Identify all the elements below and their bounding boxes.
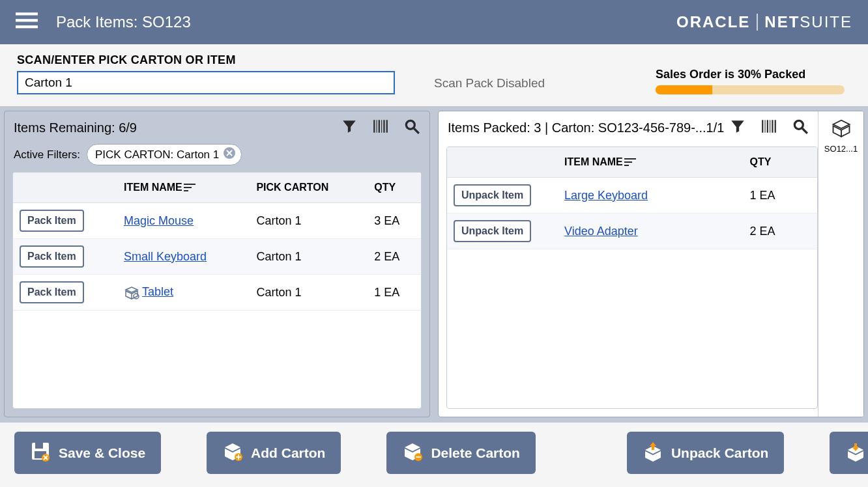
brand-netsuite-light: SUITE (800, 13, 852, 31)
svg-line-10 (414, 128, 419, 133)
svg-rect-28 (624, 165, 629, 166)
svg-rect-0 (16, 12, 38, 15)
box-minus-icon (402, 441, 423, 465)
item-link[interactable]: Large Keyboard (564, 189, 648, 202)
col-pick-carton[interactable]: PICK CARTON (250, 173, 368, 203)
svg-rect-20 (767, 120, 768, 133)
svg-point-24 (794, 120, 803, 129)
table-row: Unpack ItemLarge Keyboard1 EA (447, 178, 817, 214)
scan-input[interactable] (17, 71, 395, 94)
brand-oracle: ORACLE (676, 13, 750, 31)
brand-divider (757, 14, 758, 31)
col-item-name[interactable]: ITEM NAME (117, 173, 250, 203)
sort-icon (182, 182, 195, 193)
hamburger-icon[interactable] (16, 10, 38, 35)
page-title: Pack Items: SO123 (56, 13, 191, 31)
svg-rect-8 (386, 120, 388, 133)
svg-rect-14 (184, 184, 195, 185)
svg-rect-2 (16, 25, 38, 28)
pick-carton-cell: Carton 1 (250, 203, 368, 239)
filter-chip[interactable]: PICK CARTON: Carton 1 (87, 144, 242, 165)
main: Items Remaining: 6/9 Active Filters: PIC… (0, 107, 868, 423)
svg-rect-6 (381, 120, 382, 133)
qty-cell: 2 EA (368, 239, 421, 275)
scan-bar: SCAN/ENTER PICK CARTON OR ITEM Scan Pack… (0, 44, 868, 107)
floppy-icon (30, 441, 51, 465)
unpack-carton-button[interactable]: Unpack Carton (627, 432, 784, 474)
close-icon[interactable] (223, 146, 236, 163)
pack-item-button[interactable]: Pack Item (20, 210, 84, 232)
item-link[interactable]: Tablet (142, 285, 173, 298)
svg-rect-3 (373, 120, 375, 133)
brand-logo: ORACLE NETSUITE (676, 13, 852, 31)
barcode-icon[interactable] (372, 118, 389, 137)
table-row: Pack ItemMagic MouseCarton 13 EA (13, 203, 421, 239)
unpack-item-button[interactable]: Unpack Item (454, 220, 531, 242)
search-icon[interactable] (792, 118, 809, 137)
svg-rect-30 (35, 443, 43, 449)
svg-rect-27 (624, 161, 632, 163)
svg-point-9 (406, 120, 414, 129)
item-link[interactable]: Magic Mouse (124, 214, 194, 227)
box-plus-icon (222, 441, 243, 465)
svg-rect-4 (377, 120, 377, 133)
items-packed-title: Items Packed: 3 | Carton: SO123-456-789-… (448, 120, 724, 135)
svg-rect-7 (383, 120, 384, 133)
svg-rect-5 (379, 120, 380, 133)
delete-carton-button[interactable]: Delete Carton (386, 432, 536, 474)
svg-rect-15 (184, 187, 192, 188)
filter-icon[interactable] (341, 118, 358, 137)
sort-icon (623, 156, 636, 167)
items-remaining-table: ITEM NAME PICK CARTON QTY Pack ItemMagic… (13, 173, 421, 311)
col-qty[interactable]: QTY (368, 173, 421, 203)
items-remaining-title: Items Remaining: 6/9 (14, 120, 137, 135)
items-remaining-panel: Items Remaining: 6/9 Active Filters: PIC… (4, 111, 430, 417)
delete-carton-label: Delete Carton (431, 445, 520, 461)
pick-carton-cell: Carton 1 (250, 275, 368, 311)
table-row: Pack ItemTabletCarton 11 EA (13, 275, 421, 311)
items-packed-table: ITEM NAME QTY Unpack ItemLarge Keyboard1… (447, 147, 817, 249)
svg-rect-22 (772, 120, 773, 133)
progress-fill (656, 85, 712, 94)
svg-rect-19 (765, 120, 766, 133)
svg-rect-26 (624, 158, 636, 160)
item-link[interactable]: Video Adapter (564, 225, 638, 238)
filter-icon[interactable] (729, 118, 746, 137)
pack-item-button[interactable]: Pack Item (20, 245, 84, 268)
svg-rect-21 (770, 120, 770, 133)
packed-status-label: Sales Order is 30% Packed (656, 68, 851, 81)
open-box-icon (832, 118, 851, 140)
box-gear-icon (124, 285, 142, 298)
col-qty[interactable]: QTY (744, 147, 817, 178)
pick-carton-cell: Carton 1 (250, 239, 368, 275)
qty-cell: 1 EA (744, 178, 817, 214)
save-close-label: Save & Close (59, 445, 145, 461)
brand-netsuite: NETSUITE (764, 13, 852, 31)
add-carton-button[interactable]: Add Carton (207, 432, 341, 474)
save-close-button[interactable]: Save & Close (14, 432, 161, 474)
qty-cell: 1 EA (368, 275, 421, 311)
search-icon[interactable] (403, 118, 420, 137)
table-row: Pack ItemSmall KeyboardCarton 12 EA (13, 239, 421, 275)
unpack-carton-label: Unpack Carton (671, 445, 768, 461)
scan-label: SCAN/ENTER PICK CARTON OR ITEM (17, 53, 395, 67)
svg-rect-23 (775, 120, 776, 133)
unpack-item-button[interactable]: Unpack Item (454, 184, 531, 206)
carton-strip-label: SO12...1 (824, 144, 858, 154)
scan-pack-disabled: Scan Pack Disabled (434, 76, 545, 90)
filter-chip-text: PICK CARTON: Carton 1 (95, 148, 219, 161)
box-arrow-down-icon (845, 441, 866, 465)
barcode-icon[interactable] (760, 118, 777, 137)
footer: Save & Close Add Carton Delete Carton Un… (0, 423, 868, 487)
col-item-name[interactable]: ITEM NAME (558, 147, 744, 178)
topbar: Pack Items: SO123 ORACLE NETSUITE (0, 0, 868, 44)
add-carton-label: Add Carton (251, 445, 325, 461)
qty-cell: 2 EA (744, 214, 817, 249)
pack-carton-button[interactable]: Pack Carton (830, 432, 868, 474)
pack-item-button[interactable]: Pack Item (20, 281, 84, 303)
svg-rect-1 (16, 19, 38, 21)
svg-point-17 (134, 294, 139, 299)
progress-bar (656, 85, 845, 94)
item-link[interactable]: Small Keyboard (124, 250, 207, 263)
carton-strip[interactable]: SO12...1 (818, 111, 863, 417)
